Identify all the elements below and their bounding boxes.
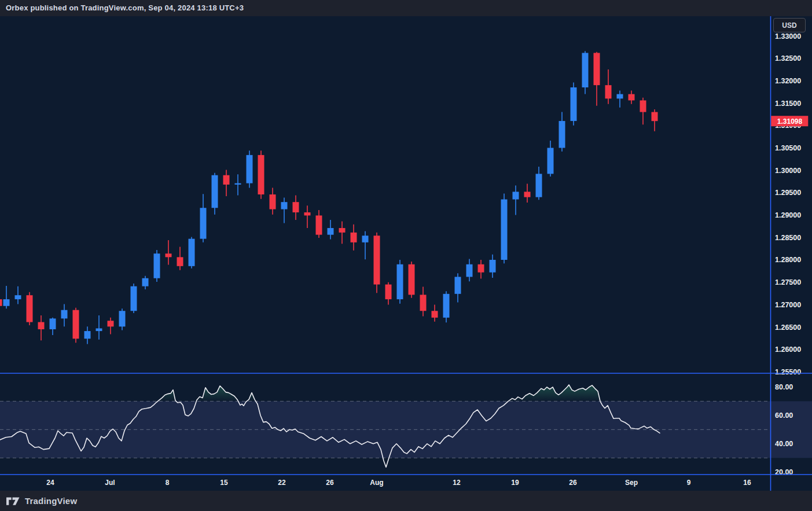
time-axis-label[interactable]: 19 bbox=[511, 479, 519, 487]
candle-down bbox=[177, 257, 183, 266]
price-axis-label: 1.32000 bbox=[775, 77, 801, 85]
publish-banner: Orbex published on TradingView.com, Sep … bbox=[0, 0, 812, 16]
candle-down bbox=[166, 253, 172, 257]
last-price-badge-label: 1.31098 bbox=[777, 117, 803, 126]
time-axis-label[interactable]: 9 bbox=[687, 479, 691, 487]
publish-title: Orbex published on TradingView.com, Sep … bbox=[6, 3, 244, 12]
price-axis-label: 1.29500 bbox=[775, 189, 801, 197]
price-axis-label: 1.31500 bbox=[775, 100, 801, 108]
candle-down bbox=[339, 228, 346, 233]
candle-down bbox=[38, 322, 45, 329]
time-axis-label[interactable]: Sep bbox=[625, 479, 638, 487]
candle-up bbox=[501, 200, 508, 260]
candle-down bbox=[420, 295, 427, 311]
candle-up bbox=[466, 264, 473, 277]
candle-up bbox=[50, 318, 56, 329]
rsi-axis-label: 80.00 bbox=[775, 383, 793, 391]
time-axis-label[interactable]: 12 bbox=[453, 479, 461, 487]
candle-up bbox=[189, 239, 195, 266]
candle-down bbox=[432, 311, 438, 318]
candle-up bbox=[362, 236, 369, 242]
candle-down bbox=[270, 194, 276, 209]
price-axis-label: 1.29000 bbox=[775, 211, 801, 219]
candle-down bbox=[73, 310, 79, 339]
tradingview-logo-icon[interactable] bbox=[6, 495, 20, 507]
candle-down bbox=[223, 175, 230, 185]
candle-down bbox=[304, 212, 311, 215]
candle-down bbox=[640, 100, 646, 112]
time-axis-label[interactable]: 24 bbox=[46, 479, 54, 487]
candle-up bbox=[3, 299, 10, 306]
tradingview-brand-label[interactable]: TradingView bbox=[25, 496, 77, 506]
rsi-axis-label: 60.00 bbox=[775, 411, 793, 420]
candle-up bbox=[235, 183, 241, 185]
candle-up bbox=[513, 192, 519, 199]
candle-up bbox=[582, 53, 589, 87]
price-axis-label: 1.28500 bbox=[775, 234, 801, 242]
price-axis-label: 1.27000 bbox=[775, 301, 801, 309]
time-axis-label[interactable]: 26 bbox=[569, 479, 577, 487]
candle-down bbox=[316, 215, 322, 234]
candle-down bbox=[605, 85, 612, 98]
candle-down bbox=[374, 236, 380, 284]
candle-down bbox=[293, 202, 299, 212]
candle-up bbox=[96, 328, 102, 331]
candle-down bbox=[108, 321, 114, 326]
candle-up bbox=[397, 264, 403, 299]
price-axis-label: 1.26000 bbox=[775, 345, 801, 354]
candle-up bbox=[200, 208, 207, 238]
candle-up bbox=[15, 295, 21, 299]
candle-up bbox=[61, 310, 68, 319]
candle-up bbox=[571, 87, 577, 121]
candle-up bbox=[536, 174, 542, 197]
candle-down bbox=[258, 155, 264, 194]
time-axis-label[interactable]: 15 bbox=[220, 479, 228, 487]
price-axis-label: 1.30500 bbox=[775, 144, 801, 152]
candle-up bbox=[328, 228, 334, 235]
candle-down bbox=[409, 264, 415, 295]
candle-up bbox=[548, 148, 554, 174]
price-axis-label: 1.33000 bbox=[775, 32, 801, 41]
time-axis-label[interactable]: 16 bbox=[743, 479, 751, 487]
candle-up bbox=[119, 311, 126, 326]
rsi-axis-label: 20.00 bbox=[775, 468, 793, 476]
footer-bar: TradingView bbox=[0, 491, 812, 511]
candle-up bbox=[443, 294, 450, 318]
candle-down bbox=[652, 112, 658, 122]
time-axis-label[interactable]: 22 bbox=[278, 479, 286, 487]
candle-down bbox=[594, 53, 600, 85]
rsi-axis-label: 40.00 bbox=[775, 440, 793, 448]
candle-up bbox=[84, 331, 91, 339]
candle-up bbox=[212, 175, 218, 208]
candle-down bbox=[0, 299, 2, 306]
candle-up bbox=[131, 286, 137, 311]
candle-up bbox=[281, 202, 288, 209]
currency-toggle-button[interactable]: USD bbox=[773, 18, 806, 32]
candle-up bbox=[617, 94, 623, 99]
candle-up bbox=[154, 253, 160, 278]
candle-up bbox=[559, 121, 565, 148]
candle-down bbox=[524, 192, 531, 197]
price-axis-label: 1.25500 bbox=[775, 368, 801, 376]
price-axis-label: 1.30000 bbox=[775, 167, 801, 175]
time-axis-label[interactable]: 8 bbox=[166, 479, 170, 487]
candle-down bbox=[629, 94, 635, 101]
candle-up bbox=[247, 155, 253, 183]
candle-down bbox=[351, 233, 357, 242]
price-axis-label: 1.27500 bbox=[775, 278, 801, 286]
candle-down bbox=[27, 295, 33, 322]
price-axis-label: 1.26500 bbox=[775, 323, 801, 332]
tradingview-snapshot: Orbex published on TradingView.com, Sep … bbox=[0, 0, 812, 511]
candle-up bbox=[490, 260, 496, 273]
time-axis-label[interactable]: 26 bbox=[326, 479, 334, 487]
candle-up bbox=[455, 277, 461, 293]
time-axis-label[interactable]: Jul bbox=[105, 479, 115, 487]
price-chart-canvas[interactable]: 1.330001.325001.320001.315001.310001.305… bbox=[0, 16, 812, 491]
price-axis-label: 1.32500 bbox=[775, 54, 801, 63]
candle-up bbox=[142, 278, 149, 286]
candle-down bbox=[385, 285, 392, 300]
candle-down bbox=[478, 264, 484, 273]
time-axis-label[interactable]: Aug bbox=[370, 479, 383, 487]
chart-area[interactable]: 1.330001.325001.320001.315001.310001.305… bbox=[0, 16, 812, 491]
price-axis-label: 1.28000 bbox=[775, 256, 801, 264]
